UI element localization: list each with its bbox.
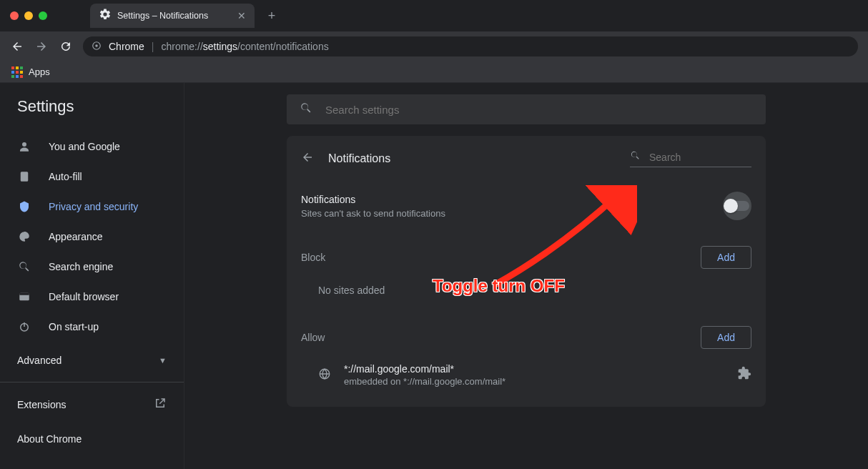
svg-point-3: [21, 236, 23, 237]
browser-tab[interactable]: Settings – Notifications ✕: [90, 4, 255, 28]
notifications-toggle-title: Notifications: [301, 194, 445, 205]
search-icon: [300, 102, 312, 117]
sidebar-item-label: On start-up: [49, 321, 99, 332]
bookmarks-bar: Apps: [0, 61, 868, 83]
search-icon: [17, 260, 31, 273]
add-block-button[interactable]: Add: [701, 246, 751, 269]
content: Settings You and Google Auto-fill Privac…: [0, 83, 868, 469]
traffic-lights: [10, 11, 47, 20]
advanced-label: Advanced: [17, 355, 61, 366]
svg-rect-8: [19, 293, 29, 295]
sidebar-item-label: You and Google: [49, 141, 120, 152]
sidebar-divider: [0, 382, 184, 382]
globe-icon: [318, 367, 331, 383]
sidebar-extensions[interactable]: Extensions: [0, 385, 184, 423]
sidebar-item-label: Appearance: [49, 231, 103, 242]
sidebar-item-startup[interactable]: On start-up: [0, 312, 184, 342]
shield-icon: [17, 200, 31, 213]
svg-point-6: [26, 235, 27, 237]
svg-point-4: [23, 234, 24, 235]
svg-point-2: [22, 142, 26, 147]
apps-icon[interactable]: [11, 66, 23, 78]
back-button[interactable]: [10, 39, 24, 54]
close-tab-icon[interactable]: ✕: [237, 10, 246, 21]
close-window-button[interactable]: [10, 11, 19, 20]
tab-title: Settings – Notifications: [117, 11, 208, 21]
about-label: About Chrome: [17, 433, 82, 445]
allow-entry-sub: embedded on *://mail.google.com/mail*: [344, 376, 505, 387]
notifications-toggle-sub: Sites can't ask to send notifications: [301, 208, 445, 219]
reload-button[interactable]: [59, 39, 73, 54]
url-path: chrome://settings/content/notifications: [161, 41, 328, 52]
add-allow-button[interactable]: Add: [701, 326, 751, 349]
apps-bookmark[interactable]: Apps: [29, 66, 50, 77]
allow-entry-site: *://mail.google.com/mail*: [344, 363, 505, 375]
sidebar-about[interactable]: About Chrome: [0, 423, 184, 455]
person-icon: [17, 140, 31, 153]
sidebar-item-label: Search engine: [49, 261, 113, 272]
window-chrome: Settings – Notifications ✕ +: [0, 0, 868, 31]
main-panel: Notifications Notifications Sites can't …: [184, 83, 868, 469]
address-bar[interactable]: Chrome | chrome://settings/content/notif…: [83, 36, 858, 56]
sidebar-item-label: Privacy and security: [49, 201, 138, 212]
clipboard-icon: [17, 170, 31, 183]
forward-button[interactable]: [34, 39, 49, 54]
toolbar: Chrome | chrome://settings/content/notif…: [0, 31, 868, 61]
page-title: Settings: [0, 97, 184, 132]
notifications-panel: Notifications Notifications Sites can't …: [287, 136, 766, 407]
chevron-down-icon: ▼: [159, 356, 167, 365]
settings-search[interactable]: [287, 94, 766, 124]
panel-search[interactable]: [630, 150, 751, 167]
allow-entry[interactable]: *://mail.google.com/mail* embedded on *:…: [287, 355, 766, 401]
sidebar-item-you-and-google[interactable]: You and Google: [0, 132, 184, 162]
notifications-toggle[interactable]: [723, 192, 751, 220]
sidebar-item-privacy[interactable]: Privacy and security: [0, 192, 184, 222]
svg-point-5: [25, 234, 26, 235]
power-icon: [17, 320, 31, 333]
settings-sidebar: Settings You and Google Auto-fill Privac…: [0, 83, 184, 469]
block-empty-text: No sites added: [287, 275, 766, 312]
extensions-label: Extensions: [17, 399, 66, 410]
svg-point-1: [95, 44, 98, 47]
panel-search-input[interactable]: [649, 152, 735, 163]
new-tab-button[interactable]: +: [262, 9, 282, 24]
url-scheme: Chrome: [109, 41, 144, 52]
browser-icon: [17, 290, 31, 303]
notifications-toggle-row: Notifications Sites can't ask to send no…: [287, 180, 766, 232]
search-icon: [630, 150, 641, 164]
open-external-icon: [154, 397, 167, 412]
sidebar-item-label: Auto-fill: [49, 171, 82, 182]
panel-title: Notifications: [328, 152, 390, 165]
minimize-window-button[interactable]: [24, 11, 33, 20]
sidebar-item-default-browser[interactable]: Default browser: [0, 282, 184, 312]
gear-icon: [99, 8, 112, 24]
block-label: Block: [301, 252, 325, 263]
allow-label: Allow: [301, 332, 325, 343]
block-section-head: Block Add: [287, 232, 766, 275]
url-divider: |: [152, 41, 154, 52]
sidebar-item-autofill[interactable]: Auto-fill: [0, 162, 184, 192]
back-icon[interactable]: [301, 151, 314, 167]
allow-section-head: Allow Add: [287, 312, 766, 355]
palette-icon: [17, 230, 31, 243]
extension-icon[interactable]: [737, 366, 751, 384]
site-info-icon[interactable]: [92, 41, 102, 53]
sidebar-item-label: Default browser: [49, 291, 119, 302]
settings-search-input[interactable]: [325, 104, 753, 116]
zoom-window-button[interactable]: [39, 11, 47, 20]
sidebar-item-search-engine[interactable]: Search engine: [0, 252, 184, 282]
sidebar-item-appearance[interactable]: Appearance: [0, 222, 184, 252]
sidebar-advanced[interactable]: Advanced ▼: [0, 342, 184, 379]
